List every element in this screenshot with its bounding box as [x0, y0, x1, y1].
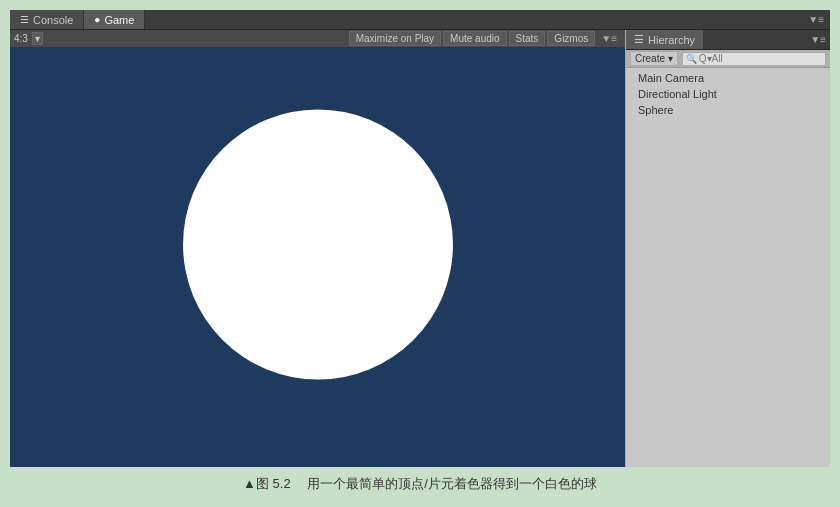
toolbar-end: ▼≡ — [597, 33, 621, 44]
hierarchy-item-directional-light[interactable]: Directional Light — [630, 86, 826, 102]
hierarchy-content: Main Camera Directional Light Sphere — [626, 68, 830, 467]
tab-game-label: Game — [104, 14, 134, 26]
aspect-dropdown[interactable]: ▾ — [32, 32, 43, 45]
main-area: 4:3 ▾ Maximize on Play Mute audio Stats … — [10, 30, 830, 467]
hierarchy-item-main-camera[interactable]: Main Camera — [630, 70, 826, 86]
game-panel: 4:3 ▾ Maximize on Play Mute audio Stats … — [10, 30, 625, 467]
maximize-btn[interactable]: Maximize on Play — [349, 31, 441, 46]
hierarchy-tab-bar: ☰ Hierarchy ▼≡ — [626, 30, 830, 50]
app-wrapper: ☰ Console ● Game ▼≡ 4:3 ▾ Maximize on Pl… — [0, 0, 840, 507]
game-icon: ● — [94, 14, 100, 25]
tab-console[interactable]: ☰ Console — [10, 10, 84, 29]
aspect-label: 4:3 — [14, 33, 28, 44]
game-viewport — [10, 48, 625, 467]
search-input[interactable] — [699, 53, 822, 64]
hierarchy-panel: ☰ Hierarchy ▼≡ Create ▾ 🔍 — [625, 30, 830, 467]
tab-bar: ☰ Console ● Game ▼≡ — [10, 10, 830, 30]
hierarchy-tab-end: ▼≡ — [806, 30, 830, 49]
tab-spacer — [145, 10, 802, 29]
search-box: 🔍 — [682, 52, 826, 66]
search-icon: 🔍 — [686, 54, 697, 64]
hierarchy-tab-label: Hierarchy — [648, 34, 695, 46]
game-toolbar: 4:3 ▾ Maximize on Play Mute audio Stats … — [10, 30, 625, 48]
stats-btn[interactable]: Stats — [509, 31, 546, 46]
caption-prefix: ▲图 5.2 — [243, 476, 291, 491]
gizmos-btn[interactable]: Gizmos — [547, 31, 595, 46]
caption-area: ▲图 5.2 用一个最简单的顶点/片元着色器得到一个白色的球 — [10, 467, 830, 497]
hierarchy-tab-icon: ☰ — [634, 33, 644, 46]
caption-text: 用一个最简单的顶点/片元着色器得到一个白色的球 — [294, 476, 597, 491]
tab-hierarchy[interactable]: ☰ Hierarchy — [626, 30, 703, 49]
hierarchy-tab-spacer — [703, 30, 806, 49]
mute-btn[interactable]: Mute audio — [443, 31, 506, 46]
unity-editor: ☰ Console ● Game ▼≡ 4:3 ▾ Maximize on Pl… — [10, 10, 830, 467]
hierarchy-toolbar: Create ▾ 🔍 — [626, 50, 830, 68]
tab-end-controls: ▼≡ — [802, 10, 830, 29]
hierarchy-item-sphere[interactable]: Sphere — [630, 102, 826, 118]
tab-console-label: Console — [33, 14, 73, 26]
console-icon: ☰ — [20, 14, 29, 25]
tab-game[interactable]: ● Game — [84, 10, 145, 29]
create-button[interactable]: Create ▾ — [630, 51, 678, 66]
sphere-object — [183, 109, 453, 379]
